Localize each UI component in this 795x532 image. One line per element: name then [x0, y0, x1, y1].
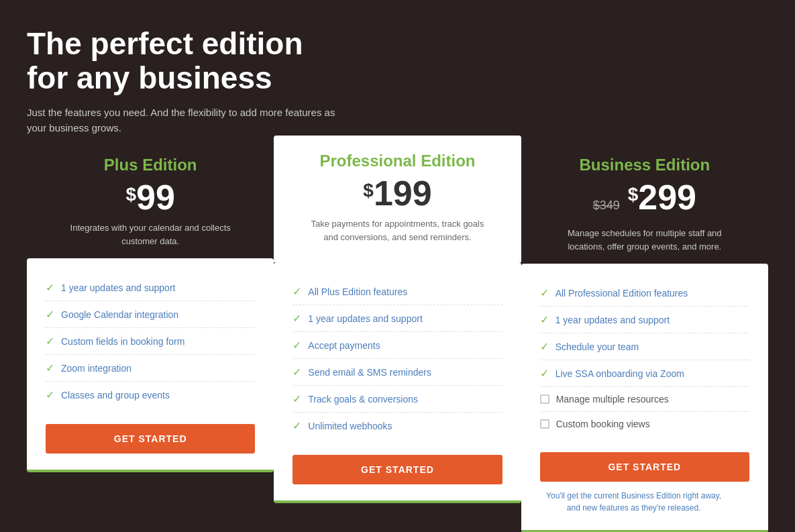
check-icon: ✓ — [46, 335, 54, 348]
check-icon: ✓ — [540, 313, 549, 326]
feature-text: 1 year updates and support — [555, 315, 670, 325]
feature-text: Custom booking views — [556, 419, 650, 429]
plan-plus: Plus Edition $99 Integrates with your ca… — [27, 156, 274, 472]
plan-biz-description: Manage schedules for multiple staff and … — [558, 227, 732, 253]
plan-pro-description: Take payments for appointments, track go… — [310, 217, 484, 244]
feature-text: Live SSA onboarding via Zoom — [555, 368, 684, 379]
hero-title: The perfect edition for any business — [27, 27, 349, 95]
plan-biz-currency: $ — [628, 185, 639, 204]
plan-business: Business Edition $349 $299 Manage schedu… — [521, 156, 768, 532]
hero-section: The perfect edition for any business Jus… — [27, 27, 768, 136]
list-item: ✓ Schedule your team — [540, 333, 749, 360]
list-item: ✓ 1 year updates and support — [293, 305, 502, 332]
plan-pro-card: ✓ All Plus Edition features ✓ 1 year upd… — [274, 262, 521, 503]
square-icon — [540, 394, 549, 404]
check-icon: ✓ — [293, 285, 301, 298]
plan-pro-cta[interactable]: GET STARTED — [293, 455, 502, 484]
feature-text: Send email & SMS reminders — [308, 367, 431, 378]
list-item: ✓ Google Calendar integration — [46, 301, 255, 328]
plan-professional: Professional Edition $199 Take payments … — [274, 136, 521, 503]
check-icon: ✓ — [293, 419, 301, 432]
feature-text: Zoom integration — [61, 363, 131, 374]
feature-text: 1 year updates and support — [61, 282, 175, 293]
feature-text: Unlimited webhooks — [308, 421, 392, 431]
plan-plus-card: ✓ 1 year updates and support ✓ Google Ca… — [27, 258, 274, 472]
plan-biz-title: Business Edition — [521, 156, 768, 174]
feature-text: All Professional Edition features — [555, 288, 688, 299]
plan-plus-title: Plus Edition — [27, 156, 274, 174]
check-icon: ✓ — [293, 339, 301, 352]
feature-text: Classes and group events — [61, 390, 170, 401]
list-item: ✓ Track goals & conversions — [293, 386, 502, 413]
plan-pro-features: ✓ All Plus Edition features ✓ 1 year upd… — [293, 278, 502, 439]
plan-plus-description: Integrates with your calendar and collec… — [63, 221, 237, 248]
plan-biz-price: $299 — [628, 180, 696, 215]
plan-pro-title: Professional Edition — [293, 152, 502, 170]
plan-plus-currency: $ — [125, 185, 136, 204]
check-icon: ✓ — [540, 340, 549, 353]
check-icon: ✓ — [540, 367, 549, 380]
list-item: ✓ Unlimited webhooks — [293, 413, 502, 439]
plan-plus-cta[interactable]: GET STARTED — [46, 424, 255, 454]
list-item: ✓ Send email & SMS reminders — [293, 359, 502, 386]
feature-text: Accept payments — [308, 340, 380, 351]
check-icon: ✓ — [293, 392, 301, 405]
plan-biz-cta[interactable]: GET STARTED — [540, 452, 749, 482]
plan-plus-features: ✓ 1 year updates and support ✓ Google Ca… — [46, 274, 255, 408]
plan-plus-header: Plus Edition $99 Integrates with your ca… — [27, 156, 274, 258]
list-item: ✓ Classes and group events — [46, 382, 255, 408]
plan-biz-bottom-note: You'll get the current Business Edition … — [540, 490, 728, 514]
check-icon: ✓ — [46, 362, 54, 374]
square-icon — [540, 419, 549, 429]
list-item: ✓ Live SSA onboarding via Zoom — [540, 360, 749, 387]
check-icon: ✓ — [46, 281, 54, 294]
list-item: ✓ All Plus Edition features — [293, 278, 502, 305]
plan-pro-header: Professional Edition $199 Take payments … — [274, 136, 521, 262]
list-item: ✓ All Professional Edition features — [540, 280, 749, 307]
plan-biz-features: ✓ All Professional Edition features ✓ 1 … — [540, 280, 749, 436]
plan-biz-header: Business Edition $349 $299 Manage schedu… — [521, 156, 768, 264]
check-icon: ✓ — [46, 308, 54, 321]
list-item: ✓ 1 year updates and support — [540, 307, 749, 333]
plan-plus-price: $99 — [27, 180, 274, 215]
page-wrapper: The perfect edition for any business Jus… — [0, 0, 795, 532]
list-item: ✓ Custom fields in booking form — [46, 328, 255, 355]
list-item: ✓ 1 year updates and support — [46, 274, 255, 301]
feature-text: Google Calendar integration — [61, 309, 178, 320]
list-item: Manage multiple resources — [540, 387, 749, 412]
feature-text: Schedule your team — [555, 341, 639, 352]
check-icon: ✓ — [46, 388, 54, 401]
check-icon: ✓ — [540, 286, 549, 299]
list-item: ✓ Zoom integration — [46, 355, 255, 382]
feature-text: All Plus Edition features — [308, 286, 407, 297]
check-icon: ✓ — [293, 312, 301, 325]
feature-text: 1 year updates and support — [308, 313, 422, 324]
plan-pro-price: $199 — [293, 176, 502, 211]
plan-biz-card: ✓ All Professional Edition features ✓ 1 … — [521, 264, 768, 532]
feature-text: Track goals & conversions — [308, 394, 418, 405]
hero-subtitle: Just the features you need. And the flex… — [27, 105, 335, 136]
check-icon: ✓ — [293, 366, 301, 378]
plan-pro-currency: $ — [363, 181, 374, 200]
feature-text: Manage multiple resources — [556, 394, 669, 405]
list-item: ✓ Accept payments — [293, 332, 502, 359]
plan-biz-price-row: $349 $299 — [521, 180, 768, 221]
feature-text: Custom fields in booking form — [61, 336, 184, 347]
plans-row: Plus Edition $99 Integrates with your ca… — [27, 156, 768, 532]
plan-biz-price-old: $349 — [593, 199, 620, 213]
list-item: Custom booking views — [540, 412, 749, 436]
